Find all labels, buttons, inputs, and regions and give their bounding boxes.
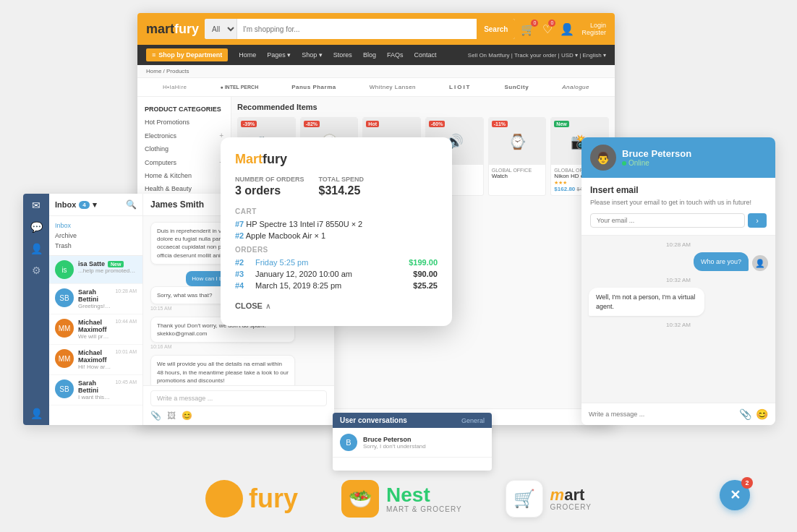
folder-archive[interactable]: Archive (55, 231, 137, 241)
ec-search-bar: All Search (205, 19, 515, 39)
ec-brands: H▪laHire ● INTEL PERCH Panus Pharma Whit… (137, 78, 615, 97)
conv-item-1[interactable]: B Bruce Peterson Sorry, I don't understa… (333, 428, 492, 458)
settings-icon-sidebar[interactable]: ⚙ (32, 265, 41, 276)
ec-nav: ≡ Shop by Department Home Pages ▾ Shop ▾… (137, 45, 615, 65)
wishlist-badge: 0 (548, 20, 555, 27)
conv-general[interactable]: General (461, 417, 485, 424)
sidebar-computers[interactable]: Computers+ (137, 155, 231, 169)
ec-search-button[interactable]: Search (477, 19, 515, 39)
email-list-item-4[interactable]: MM Michael Maximoff Hi! How are you doin… (49, 345, 142, 375)
email-content-3: Michael Maximoff We will provide you all… (78, 319, 111, 340)
email-name-5: Sarah Bettini (78, 379, 111, 394)
chat-email-title: Insert email (590, 185, 767, 195)
nav-blog[interactable]: Blog (363, 51, 376, 59)
nav-dept-btn[interactable]: ≡ Shop by Department (146, 48, 228, 61)
main-wrapper: martfury All Search 🛒0 ♡0 👤 LoginRegiste… (0, 0, 797, 532)
ec-search-input[interactable] (237, 19, 477, 39)
cart-num-1: #7 (235, 220, 244, 228)
badge-2: -82% (304, 121, 320, 127)
inbox-title: Inbox 4 ▾ (55, 200, 97, 210)
nav-home[interactable]: Home (239, 51, 256, 59)
image-icon[interactable]: 🖼 (167, 411, 176, 421)
conv-title: User conversations (340, 416, 407, 424)
folder-trash[interactable]: Trash (55, 241, 137, 251)
email-name-2: Sarah Bettini (78, 288, 111, 303)
ec-cart-icon[interactable]: 🛒0 (521, 22, 535, 36)
email-preview-4: Hi! How are you doing? (78, 364, 111, 370)
chat-input-field[interactable]: Write a message ... (150, 390, 327, 406)
email-icon[interactable]: ✉ (32, 200, 41, 211)
sidebar-electronics-plus: + (219, 132, 223, 140)
product-card-5[interactable]: -11% ⌚ GLOBAL OFFICE Watch (488, 117, 547, 196)
avatar-2: SB (55, 288, 74, 307)
mip-close-button[interactable]: CLOSE ∧ (235, 301, 270, 310)
nav-dept-label: Shop by Department (158, 51, 222, 59)
email-list-item-5[interactable]: SB Sarah Bettini I want this promotion n… (49, 375, 142, 406)
inbox-title-text: Inbox (55, 200, 76, 209)
nav-shop[interactable]: Shop ▾ (302, 51, 323, 59)
email-preview-5: I want this promotion now! for this secr… (78, 394, 111, 400)
email-list-item-3[interactable]: MM Michael Maximoff We will provide you … (49, 314, 142, 345)
sidebar-hot[interactable]: Hot Promotions (137, 116, 231, 129)
avatar-3: MM (55, 319, 74, 338)
email-time-2: 10:28 AM (115, 288, 137, 293)
chat-email-input[interactable] (590, 213, 745, 228)
chat-bubble-received-1: Well, I'm not a person, I'm a virtual ag… (589, 288, 768, 316)
chat-toolbar: 📎 🖼 😊 (150, 411, 327, 421)
nav-stores[interactable]: Stores (333, 51, 352, 59)
ec-search-select[interactable]: All (205, 19, 237, 39)
nav-right: Sell On Martfury | Track your order | US… (468, 52, 606, 59)
email-time-5: 10:45 AM (115, 379, 137, 385)
sidebar-home-kitchen[interactable]: Home & Kitchen (137, 169, 231, 182)
chat-panel-avatar: 👨 (590, 145, 616, 171)
close-label: CLOSE (235, 301, 263, 310)
chat-footer: Write a message ... 📎 🖼 😊 (143, 385, 334, 425)
conv-preview-1: Sorry, I don't understand (363, 443, 485, 450)
mip-spend-label: TOTAL SPEND (319, 176, 365, 183)
order-date-1: Friday 5:25 pm (255, 258, 409, 267)
avatar-icon[interactable]: 👤 (30, 408, 43, 419)
inbox-dropdown[interactable]: ▾ (93, 200, 97, 210)
chat-emoji-icon[interactable]: 😊 (756, 408, 768, 420)
close-badge: 2 (741, 477, 753, 489)
conv-avatar-1: B (340, 434, 357, 451)
nest-main: Nest (386, 485, 462, 505)
chat-icon[interactable]: 💬 (30, 221, 43, 233)
chat-attach-icon[interactable]: 📎 (739, 408, 751, 420)
sidebar-clothing[interactable]: Clothing (137, 142, 231, 155)
attach-icon[interactable]: 📎 (150, 411, 161, 421)
avatar-1: is (55, 260, 74, 279)
inbox-search-icon[interactable]: 🔍 (126, 200, 137, 210)
contact-icon[interactable]: 👤 (30, 243, 43, 254)
chat-contact-name: James Smith (150, 200, 204, 210)
chat-panel-user-info: Bruce Peterson Online (622, 148, 691, 167)
chat-email-go-btn[interactable]: › (748, 213, 767, 228)
chat-panel-status: Online (622, 159, 691, 167)
nav-pages[interactable]: Pages ▾ (267, 51, 291, 59)
email-list-item-1[interactable]: is isa Satte New ...help me promoted yo (49, 256, 142, 284)
ec-account-icon[interactable]: 👤 (560, 22, 574, 36)
ec-wishlist-icon[interactable]: ♡0 (542, 22, 553, 36)
email-list-item-2[interactable]: SB Sarah Bettini Greetings! How can I as… (49, 284, 142, 314)
nav-faqs[interactable]: FAQs (387, 51, 404, 59)
bubble-agent: Well, I'm not a person, I'm a virtual ag… (589, 288, 704, 316)
nav-contact[interactable]: Contact (414, 51, 436, 59)
email-time-4: 10:01 AM (115, 349, 137, 354)
email-name-1: isa Satte New (78, 260, 137, 267)
avatar-4: MM (55, 349, 74, 368)
emoji-icon[interactable]: 😊 (182, 411, 192, 421)
conv-info-1: Bruce Peterson Sorry, I don't understand (363, 436, 485, 450)
chat-write-input[interactable] (589, 411, 735, 418)
status-text: Online (628, 159, 649, 167)
folder-inbox[interactable]: Inbox (55, 220, 137, 231)
sidebar-electronics[interactable]: Electronics+ (137, 129, 231, 142)
email-content-4: Michael Maximoff Hi! How are you doing? (78, 349, 111, 370)
brand-analogue: Analogue (562, 84, 589, 90)
brand-lioit: LIOIT (449, 84, 471, 90)
name-5: Watch (492, 173, 543, 180)
inbox-badge: 4 (79, 201, 89, 209)
brand-whitney: Whitney Lansen (370, 84, 416, 90)
floating-close-button[interactable]: 2 ✕ (720, 480, 750, 510)
nest-sub: MART & GROCERY (386, 505, 462, 513)
ec-login-text[interactable]: LoginRegister (581, 22, 606, 36)
